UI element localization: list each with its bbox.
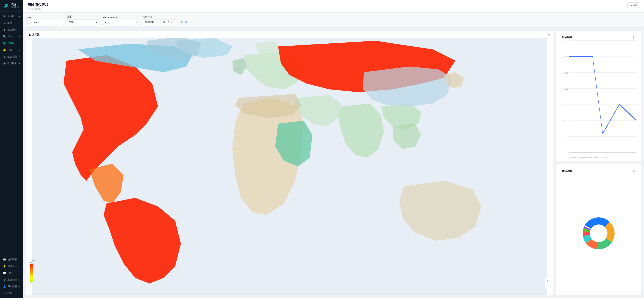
user-icon: 👤 [3, 285, 6, 288]
legend-max-value: 200 [30, 262, 34, 264]
collapse-icon: ◁ [3, 292, 6, 295]
sidebar-item-data-manage[interactable]: ⊜ 数据管理 ▶ [0, 53, 23, 60]
line-chart-title: 默认标题 [562, 36, 572, 39]
apply-button[interactable]: 应 用 [181, 20, 187, 25]
chevron-down-icon: ▾ [96, 21, 97, 23]
arrow-icon: ▶ [19, 29, 20, 31]
page-title: 测试用仪表板 [27, 2, 48, 7]
svg-point-17 [590, 225, 606, 241]
right-panels: 默认标题 ↻ [556, 30, 641, 295]
arrow-icon: ▶ [19, 15, 20, 17]
map-refresh-icon[interactable]: ↻ [548, 33, 550, 36]
country-result-label: countryResult [103, 16, 139, 19]
overview-icon: ◎ [3, 21, 6, 25]
data-manage-icon: ⊜ [3, 55, 6, 58]
map-container: High 200 0 + − [26, 38, 553, 295]
sidebar-bottom: 📖 使用手册 💡 帮助中心 💬 消息 ⚙ 系统管理 ▶ 👤 用户选项 ▶ ◁ 收… [0, 255, 23, 298]
logo-text: 鸿鹄 HONGHU [11, 3, 20, 8]
sidebar-item-message[interactable]: 💬 消息 [0, 270, 23, 276]
sidebar-item-import[interactable]: ⬇ 数据导入 ▶ [0, 26, 23, 33]
country-select[interactable]: 中国 ▾ [67, 19, 99, 25]
bell-icon: 🔔 [3, 48, 6, 52]
relative-time-button[interactable]: 相对时间 ▾ [143, 19, 159, 25]
logo-icon [3, 2, 9, 9]
map-panel: 默认标题 ↻ [26, 30, 553, 295]
sidebar-item-help[interactable]: 💡 帮助中心 [0, 263, 23, 270]
topbar: 测试用仪表板 仪表板功能展示 ⊡ 全屏 [23, 0, 644, 12]
dashboard-icon: ▦ [3, 42, 6, 45]
field-filter-group: field [27, 16, 63, 25]
sidebar-item-collapse[interactable]: ◁ 收起 [0, 290, 23, 297]
sidebar: 鸿鹄 HONGHU ⊞ 主应用 ▶ ◎ 概览 ⬇ 数据导入 ▶ 🔍 查询 ▶ ▦… [0, 0, 23, 298]
line-chart-panel: 默认标题 ↻ [556, 30, 641, 161]
zoom-out-button[interactable]: − [545, 283, 550, 288]
legend-min-value: 0 [30, 282, 34, 284]
monitor-icon: ⊡ [630, 4, 632, 7]
chevron-down-icon: ▾ [173, 21, 174, 23]
page-subtitle: 仪表板功能展示 [27, 8, 48, 11]
fullscreen-button[interactable]: ⊡ 全屏 [628, 2, 640, 8]
donut-chart-header: 默认标题 ↻ [559, 167, 638, 174]
sidebar-item-query[interactable]: 🔍 查询 ▶ [0, 33, 23, 40]
arrow-icon: ▶ [19, 279, 20, 281]
donut-chart-svg [579, 216, 618, 251]
line-chart-area: 35,000 30,000 25,000 20,000 15,000 10,00… [559, 40, 638, 159]
time-label: 时间标记 [143, 15, 177, 18]
donut-chart-refresh-icon[interactable]: ↻ [633, 169, 635, 173]
book-icon: 📖 [3, 258, 6, 261]
country-filter-group: 国家 中国 ▾ [67, 15, 99, 25]
sidebar-nav: ⊞ 主应用 ▶ ◎ 概览 ⬇ 数据导入 ▶ 🔍 查询 ▶ ▦ 仪表板 🔔 告警 … [0, 11, 23, 255]
zoom-in-button[interactable]: + [545, 278, 550, 283]
message-icon: 💬 [3, 272, 6, 275]
y-axis: 35,000 30,000 25,000 20,000 15,000 10,00… [559, 40, 569, 153]
arrow-icon: ▶ [19, 36, 20, 37]
sidebar-item-dashboard[interactable]: ▦ 仪表板 [0, 40, 23, 47]
import-icon: ⬇ [3, 28, 6, 31]
help-icon: 💡 [3, 265, 6, 268]
topbar-info: 测试用仪表板 仪表板功能展示 [27, 2, 48, 11]
field-input[interactable] [27, 20, 63, 25]
chevron-down-icon: ▾ [156, 21, 157, 23]
sidebar-item-overview[interactable]: ◎ 概览 [0, 20, 23, 26]
line-chart-refresh-icon[interactable]: ↻ [633, 36, 635, 39]
country-result-select[interactable]: us ▾ [103, 20, 139, 25]
filter-bar: field 国家 中国 ▾ countryResult us ▾ 时间标记 相对… [23, 12, 644, 28]
grid-icon: ⊞ [3, 15, 6, 18]
sidebar-item-sys-manage[interactable]: ⚙ 系统管理 ▶ [0, 276, 23, 283]
map-panel-title: 默认标题 [29, 33, 40, 36]
map-zoom-controls: + − [545, 278, 550, 288]
map-panel-header: 默认标题 ↻ [26, 31, 553, 38]
catalog-icon: ◉ [3, 62, 6, 65]
line-chart-header: 默认标题 ↻ [559, 33, 638, 40]
sys-icon: ⚙ [3, 278, 6, 281]
country-result-filter-group: countryResult us ▾ [103, 16, 139, 25]
donut-chart-container [559, 174, 638, 293]
recent-time-button[interactable]: 最近 1 天 ▾ [160, 19, 177, 25]
map-legend: High 200 0 [30, 259, 34, 284]
arrow-icon: ▶ [19, 286, 20, 288]
main-area: 测试用仪表板 仪表板功能展示 ⊡ 全屏 field 国家 中国 ▾ countr… [23, 0, 644, 298]
sidebar-item-data-catalog[interactable]: ◉ 数据目录 ▶ [0, 60, 23, 67]
donut-chart-panel: 默认标题 ↻ [556, 164, 641, 295]
arrow-icon: ▶ [19, 49, 20, 51]
logo: 鸿鹄 HONGHU [0, 0, 23, 11]
time-filter-group: 时间标记 相对时间 ▾ 最近 1 天 ▾ [143, 15, 177, 25]
world-map [26, 38, 553, 295]
donut-chart-title: 默认标题 [562, 169, 572, 173]
sidebar-item-main-app[interactable]: ⊞ 主应用 ▶ [0, 13, 23, 20]
time-controls: 相对时间 ▾ 最近 1 天 ▾ [143, 19, 177, 25]
sidebar-item-user-options[interactable]: 👤 用户选项 ▶ [0, 283, 23, 290]
arrow-icon: ▶ [19, 63, 20, 64]
content-area: 默认标题 ↻ [23, 28, 644, 298]
country-label: 国家 [67, 15, 99, 18]
sidebar-item-alert[interactable]: 🔔 告警 ▶ [0, 47, 23, 53]
legend-color-bar [30, 264, 33, 282]
line-chart-svg [569, 40, 636, 153]
query-icon: 🔍 [3, 35, 6, 38]
chevron-down-icon: ▾ [136, 21, 137, 24]
legend-high-label: High [30, 259, 34, 261]
sidebar-item-manual[interactable]: 📖 使用手册 [0, 256, 23, 263]
x-axis-label: tonewave/var/logs/stonewave_74cf063adb65… [569, 157, 636, 159]
arrow-icon: ▶ [19, 56, 20, 58]
field-label: field [27, 16, 63, 19]
